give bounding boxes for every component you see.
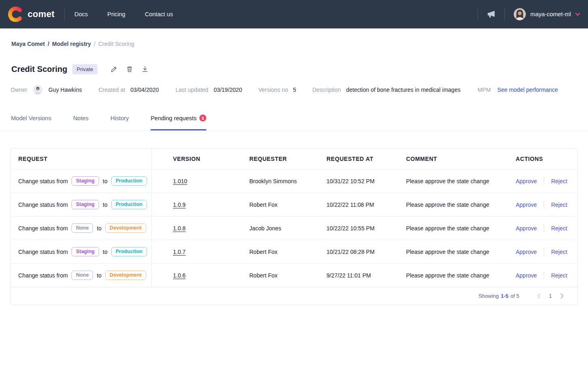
version-link[interactable]: 1.0.8	[173, 225, 186, 232]
action-divider	[544, 248, 544, 256]
reject-button[interactable]: Reject	[551, 272, 567, 279]
tab-label: Pending requests	[151, 115, 197, 121]
model-meta-row: Owner Guy Hawkins Created at 03/04/2020 …	[0, 74, 588, 95]
prev-page-icon[interactable]	[537, 293, 540, 299]
approve-button[interactable]: Approve	[516, 178, 537, 184]
requester-cell: Robert Fox	[249, 272, 326, 279]
page-number[interactable]: 1	[549, 293, 552, 299]
request-prefix: Change status from	[18, 272, 68, 279]
comment-cell: Please approve the state change	[406, 225, 516, 232]
versions-no-value: 5	[293, 87, 296, 93]
tab-label: Notes	[73, 115, 89, 121]
version-link[interactable]: 1.0.7	[173, 249, 186, 255]
breadcrumb: Maya Comet / Model registry / Credit Sco…	[0, 28, 588, 47]
pager: 1	[537, 293, 564, 299]
request-prefix: Change status from	[18, 225, 68, 232]
actions-cell: Approve Reject	[516, 271, 577, 280]
created-at-label: Created at	[99, 87, 125, 93]
nav-link-contact-us[interactable]: Contact us	[145, 11, 173, 17]
reject-button[interactable]: Reject	[551, 225, 567, 232]
showing-range: 1-5	[501, 293, 508, 299]
last-updated-label: Last updated	[175, 87, 208, 93]
status-badge-to: Development	[105, 223, 146, 233]
last-updated-value: 03/19/2020	[214, 87, 242, 93]
comet-logo[interactable]: comet	[8, 6, 54, 22]
status-badge-from: Staging	[71, 247, 99, 256]
versions-group: Versions no 5	[258, 87, 296, 93]
breadcrumb-workspace[interactable]: Maya Comet	[11, 41, 45, 47]
created-at-value: 03/04/2020	[130, 87, 159, 93]
requester-cell: Jacob Jones	[249, 225, 326, 232]
title-actions	[110, 66, 148, 73]
tab-pending-requests[interactable]: Pending requests 5	[151, 115, 206, 130]
table-row: Change status from Staging to Production…	[11, 169, 577, 193]
mpm-label: MPM	[478, 87, 491, 93]
user-name: maya-comet-ml	[530, 11, 571, 17]
version-link[interactable]: 1.010	[173, 178, 187, 184]
description-value: detection of bone fractures in medical i…	[346, 87, 460, 93]
announcements-megaphone-icon[interactable]	[487, 10, 495, 18]
owner-label: Owner	[11, 87, 27, 93]
nav-divider	[504, 8, 505, 21]
tab-model-versions[interactable]: Model Versions	[11, 115, 51, 130]
breadcrumb-current: Credit Scoring	[98, 41, 134, 47]
breadcrumb-model-registry[interactable]: Model registry	[52, 41, 91, 47]
tab-notes[interactable]: Notes	[73, 115, 89, 130]
col-header-requester: Requester	[249, 156, 326, 162]
table-row: Change status from None to Development 1…	[11, 216, 577, 240]
status-badge-to: Production	[111, 200, 147, 209]
status-badge-to: Development	[105, 271, 146, 280]
approve-button[interactable]: Approve	[516, 249, 537, 255]
request-cell: Change status from Staging to Production	[11, 169, 152, 193]
nav-link-pricing[interactable]: Pricing	[107, 11, 125, 17]
tab-label: History	[110, 115, 129, 121]
created-group: Created at 03/04/2020	[99, 87, 159, 93]
reject-button[interactable]: Reject	[551, 202, 567, 208]
nav-right: maya-comet-ml	[469, 8, 580, 21]
request-connector: to	[103, 249, 108, 255]
brand-name: comet	[28, 9, 54, 20]
top-navbar: comet Docs Pricing Contact us	[0, 0, 588, 28]
tab-history[interactable]: History	[110, 115, 129, 130]
nav-link-docs[interactable]: Docs	[74, 11, 88, 17]
owner-group: Owner Guy Hawkins	[11, 85, 82, 95]
requester-cell: Robert Fox	[249, 249, 326, 255]
status-badge-from: Staging	[71, 200, 99, 209]
updated-group: Last updated 03/19/2020	[175, 87, 242, 93]
request-prefix: Change status from	[18, 249, 68, 255]
request-prefix: Change status from	[18, 202, 68, 208]
action-divider	[544, 224, 544, 232]
version-link[interactable]: 1.0.6	[173, 272, 186, 279]
table-footer: Showing 1-5 of 5 1	[11, 287, 577, 305]
reject-button[interactable]: Reject	[551, 178, 567, 184]
showing-summary: Showing 1-5 of 5	[478, 293, 519, 299]
approve-button[interactable]: Approve	[516, 202, 537, 208]
status-badge-to: Production	[111, 247, 147, 256]
col-header-requested-at: Requested at	[326, 156, 406, 162]
version-link[interactable]: 1.0.9	[173, 202, 186, 208]
action-divider	[544, 177, 544, 185]
request-connector: to	[97, 272, 102, 279]
user-menu[interactable]: maya-comet-ml	[514, 8, 580, 20]
approve-button[interactable]: Approve	[516, 272, 537, 279]
request-connector: to	[103, 202, 108, 208]
tab-bar: Model Versions Notes History Pending req…	[0, 112, 588, 131]
requester-cell: Brooklyn Simmons	[249, 178, 326, 184]
approve-button[interactable]: Approve	[516, 225, 537, 232]
requester-cell: Robert Fox	[249, 202, 326, 208]
pending-count-badge: 5	[199, 115, 206, 121]
actions-cell: Approve Reject	[516, 201, 577, 209]
requested-at-cell: 10/31/22 10:52 PM	[326, 178, 406, 184]
download-icon[interactable]	[142, 66, 148, 73]
delete-trash-icon[interactable]	[126, 66, 133, 73]
breadcrumb-separator: /	[94, 41, 95, 47]
table-row: Change status from Staging to Production…	[11, 193, 577, 216]
col-header-version: Version	[152, 156, 249, 162]
next-page-icon[interactable]	[560, 293, 564, 299]
reject-button[interactable]: Reject	[551, 249, 567, 255]
edit-pencil-icon[interactable]	[110, 66, 117, 73]
nav-divider	[478, 8, 478, 21]
request-cell: Change status from None to Development	[11, 217, 152, 240]
see-model-performance-link[interactable]: See model performance	[497, 87, 558, 93]
actions-cell: Approve Reject	[516, 177, 577, 185]
